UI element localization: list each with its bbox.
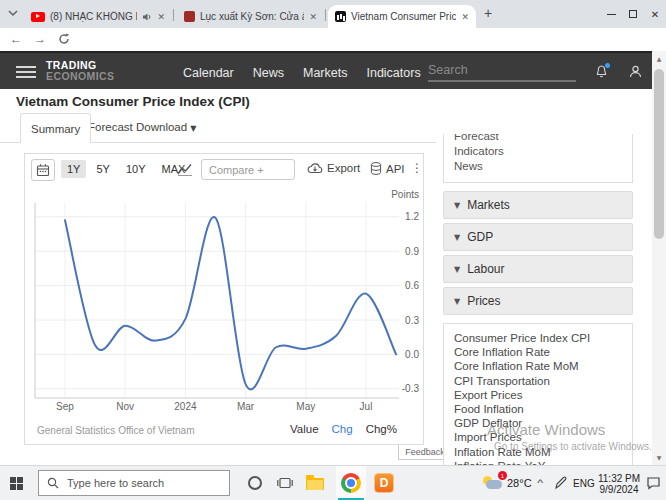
browser-tabstrip: (8) NHẠC KHÔNG LỜI NHẸ ✕ Lục xuất Kỳ Sơn… xyxy=(0,0,666,28)
sidebar-link-forecast[interactable]: Forecast xyxy=(444,134,632,144)
svg-text:0.6: 0.6 xyxy=(405,280,419,291)
tab-summary[interactable]: Summary xyxy=(20,113,91,143)
taskbar-search-input[interactable]: Type here to search xyxy=(38,470,230,496)
accordion-markets[interactable]: ▼Markets xyxy=(443,191,633,219)
accordion-label: GDP xyxy=(467,230,493,244)
export-button[interactable]: Export xyxy=(307,162,360,174)
notifications-bell-icon[interactable] xyxy=(594,64,609,79)
nav-news[interactable]: News xyxy=(253,66,284,80)
price-link[interactable]: Core Inflation Rate MoM xyxy=(444,359,632,373)
chevron-down-icon: ▼ xyxy=(454,297,460,306)
cortana-icon[interactable] xyxy=(248,476,262,490)
svg-text:0.9: 0.9 xyxy=(405,246,419,257)
range-button-5y[interactable]: 5Y xyxy=(90,160,115,178)
tab-download-label: Download xyxy=(136,121,187,133)
language-indicator[interactable]: ENG xyxy=(573,478,595,489)
d-app-icon[interactable]: D xyxy=(374,473,394,493)
site-logo[interactable]: TRADING ECONOMICS xyxy=(46,60,114,82)
weather-icon[interactable]: 1 xyxy=(482,475,504,491)
tab-audio-icon[interactable] xyxy=(142,12,152,22)
new-tab-button[interactable]: + xyxy=(484,5,492,21)
window-close-button[interactable]: ✕ xyxy=(644,0,666,28)
price-link[interactable]: Consumer Price Index CPI xyxy=(444,331,632,345)
range-button-1y[interactable]: 1Y xyxy=(61,160,86,178)
clock-date: 9/9/2024 xyxy=(597,484,641,495)
browser-tab-news[interactable]: Lục xuất Kỳ Sơn: Cửa ải 1.300 - ✕ xyxy=(177,5,324,28)
task-view-icon[interactable] xyxy=(277,476,293,490)
windows-ink-pen-icon[interactable] xyxy=(554,476,567,490)
chart-mode-switch: ValueChgChg% xyxy=(290,423,397,435)
sidebar-link-indicators[interactable]: Indicators xyxy=(444,144,632,159)
mode-value[interactable]: Value xyxy=(290,423,319,435)
accordion-label: Labour xyxy=(467,262,504,276)
page-title: Vietnam Consumer Price Index (CPI) xyxy=(16,94,250,109)
hamburger-menu-icon[interactable] xyxy=(16,66,36,81)
svg-text:2024: 2024 xyxy=(174,401,197,412)
main-content: Summary Forecast Download▼ 1Y5Y10YMAX Co… xyxy=(0,113,652,465)
site-search-input[interactable]: Search xyxy=(428,63,576,82)
nav-markets[interactable]: Markets xyxy=(303,66,347,80)
chart-type-icon[interactable] xyxy=(177,163,193,176)
sidebar-link-news[interactable]: News xyxy=(444,159,632,174)
tab-forecast[interactable]: Forecast xyxy=(88,121,133,133)
window-minimize-button[interactable] xyxy=(600,0,622,28)
scroll-down-arrow[interactable]: ▼ xyxy=(652,454,666,461)
price-link[interactable]: Core Inflation Rate xyxy=(444,345,632,359)
accordion-prices[interactable]: ▼Prices xyxy=(443,287,633,315)
accordion-gdp[interactable]: ▼GDP xyxy=(443,223,633,251)
accordion-labour[interactable]: ▼Labour xyxy=(443,255,633,283)
reload-icon[interactable] xyxy=(58,33,70,45)
search-icon xyxy=(47,477,59,489)
price-link[interactable]: Import Prices xyxy=(444,430,632,444)
cloud-export-icon xyxy=(307,162,323,174)
price-link[interactable]: Export Prices xyxy=(444,388,632,402)
price-link[interactable]: CPI Transportation xyxy=(444,374,632,388)
tab-download[interactable]: Download▼ xyxy=(136,121,196,133)
windows-start-icon[interactable] xyxy=(10,477,23,490)
file-explorer-icon[interactable] xyxy=(306,478,324,490)
browser-tab-youtube[interactable]: (8) NHẠC KHÔNG LỜI NHẸ ✕ xyxy=(24,5,172,28)
window-maximize-button[interactable] xyxy=(622,0,644,28)
price-link[interactable]: Inflation Rate MoM xyxy=(444,445,632,459)
action-center-icon[interactable] xyxy=(646,476,661,490)
youtube-icon xyxy=(31,12,45,22)
forward-icon[interactable]: → xyxy=(34,32,46,46)
price-link[interactable]: Food Inflation xyxy=(444,402,632,416)
nav-indicators[interactable]: Indicators xyxy=(366,66,420,80)
chart-menu-kebab-icon[interactable]: ⋮ xyxy=(411,161,423,175)
cpi-line-chart: Points1.20.90.60.30.0-0.3SepNov2024MarMa… xyxy=(33,187,423,415)
scroll-up-arrow[interactable]: ▲ xyxy=(652,55,666,62)
database-icon xyxy=(370,162,382,175)
notification-dot xyxy=(605,63,610,68)
news-site-icon xyxy=(184,11,195,22)
taskbar-clock[interactable]: 11:32 PM 9/9/2024 xyxy=(597,473,641,495)
notification-badge: 1 xyxy=(498,471,507,480)
taskbar-search-placeholder: Type here to search xyxy=(67,477,164,489)
chrome-taskbar-button[interactable] xyxy=(336,466,366,500)
account-person-icon[interactable] xyxy=(628,64,643,79)
tab-search-chevron-icon[interactable] xyxy=(7,8,19,18)
page-scrollbar[interactable]: ▲ ▼ xyxy=(652,51,666,465)
accordion-label: Prices xyxy=(467,294,500,308)
mode-chg[interactable]: Chg xyxy=(332,423,353,435)
tab-title: Vietnam Consumer Price Index xyxy=(351,11,456,22)
back-icon[interactable]: ← xyxy=(10,32,22,46)
range-button-10y[interactable]: 10Y xyxy=(120,160,152,178)
price-link[interactable]: GDP Deflator xyxy=(444,416,632,430)
close-icon[interactable]: ✕ xyxy=(461,12,469,22)
nav-calendar[interactable]: Calendar xyxy=(183,66,234,80)
close-icon[interactable]: ✕ xyxy=(309,12,317,22)
date-range-calendar-button[interactable] xyxy=(31,159,55,181)
scrollbar-thumb[interactable] xyxy=(654,69,664,239)
compare-input[interactable]: Compare + xyxy=(201,159,295,180)
chart-card: 1Y5Y10YMAX Compare + Export API ⋮ Points… xyxy=(24,153,424,445)
browser-tab-active-tradingeconomics[interactable]: Vietnam Consumer Price Index ✕ xyxy=(328,5,476,28)
close-icon[interactable]: ✕ xyxy=(157,12,165,22)
browser-address-bar: ← → tradingeconomics.com/vietnam/consume… xyxy=(0,28,666,53)
api-button[interactable]: API xyxy=(370,162,405,175)
temperature-label[interactable]: 28°C xyxy=(507,477,532,489)
logo-line2: ECONOMICS xyxy=(46,71,114,82)
chevron-down-icon: ▼ xyxy=(454,201,460,210)
tray-expand-chevron-icon[interactable]: ^ xyxy=(537,478,543,488)
mode-chgpct[interactable]: Chg% xyxy=(366,423,397,435)
